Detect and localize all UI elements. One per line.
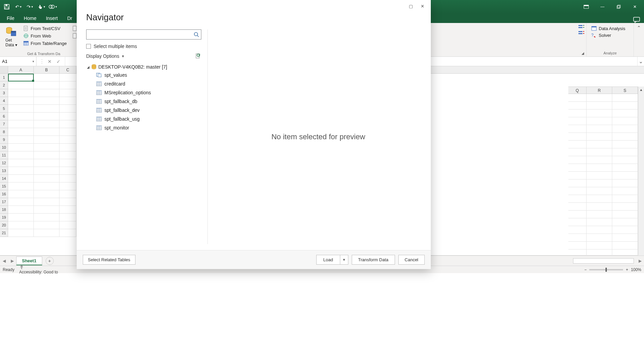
cell[interactable] bbox=[8, 113, 34, 120]
cell[interactable] bbox=[34, 167, 59, 175]
search-input[interactable] bbox=[89, 32, 194, 37]
cell[interactable] bbox=[8, 221, 34, 229]
select-all-corner[interactable] bbox=[0, 66, 8, 73]
row-header[interactable]: 4 bbox=[0, 97, 8, 105]
cell[interactable] bbox=[34, 128, 59, 136]
cell[interactable] bbox=[612, 234, 638, 242]
cell[interactable] bbox=[612, 102, 638, 110]
horizontal-scrollbar[interactable] bbox=[573, 258, 634, 264]
cell[interactable] bbox=[568, 94, 587, 102]
cell[interactable] bbox=[612, 179, 638, 187]
cell[interactable] bbox=[568, 141, 587, 148]
cell[interactable] bbox=[59, 113, 76, 120]
cell[interactable] bbox=[34, 151, 59, 159]
tab-draw[interactable]: Dr bbox=[63, 14, 77, 23]
row-header[interactable]: 20 bbox=[0, 221, 8, 229]
cell[interactable] bbox=[34, 214, 59, 221]
cell[interactable] bbox=[612, 133, 638, 141]
cell[interactable] bbox=[34, 144, 59, 151]
sheet-tab-active[interactable]: Sheet1 bbox=[16, 257, 42, 265]
cell[interactable] bbox=[8, 136, 34, 144]
from-text-csv-button[interactable]: From Text/CSV bbox=[22, 25, 68, 32]
cell[interactable] bbox=[587, 195, 612, 203]
minimize-button[interactable]: — bbox=[595, 2, 610, 12]
cell[interactable] bbox=[568, 195, 587, 203]
cell[interactable] bbox=[568, 179, 587, 187]
load-button[interactable]: Load bbox=[316, 255, 340, 265]
formula-expand-icon[interactable]: ⌄ bbox=[637, 57, 644, 66]
data-analysis-button[interactable]: Data Analysis bbox=[590, 25, 630, 32]
cell[interactable] bbox=[34, 97, 59, 105]
tree-item[interactable]: MSreplication_options bbox=[96, 88, 201, 97]
row-header[interactable]: 1 bbox=[0, 74, 8, 81]
from-table-range-button[interactable]: From Table/Range bbox=[22, 40, 68, 47]
cell[interactable] bbox=[8, 97, 34, 105]
cell[interactable] bbox=[568, 117, 587, 125]
vertical-scrollbar[interactable]: ▲ ▼ bbox=[638, 87, 644, 268]
cell[interactable] bbox=[34, 206, 59, 214]
row-header[interactable]: 5 bbox=[0, 105, 8, 113]
cell[interactable] bbox=[59, 144, 76, 151]
save-icon[interactable] bbox=[2, 2, 11, 11]
cell[interactable] bbox=[612, 211, 638, 218]
scroll-right-icon[interactable]: ▶ bbox=[636, 259, 644, 263]
cell[interactable] bbox=[8, 151, 34, 159]
cell[interactable] bbox=[587, 242, 612, 249]
cell[interactable] bbox=[59, 221, 76, 229]
formula-enter-icon[interactable]: ✓ bbox=[55, 58, 62, 65]
name-box[interactable]: A1 bbox=[0, 57, 36, 66]
cell[interactable] bbox=[612, 117, 638, 125]
row-header[interactable]: 9 bbox=[0, 136, 8, 144]
cell[interactable] bbox=[8, 229, 34, 237]
comments-icon[interactable] bbox=[633, 17, 640, 23]
cell[interactable] bbox=[59, 136, 76, 144]
tree-item[interactable]: spt_fallback_dev bbox=[96, 106, 201, 115]
cancel-button[interactable]: Cancel bbox=[398, 255, 425, 265]
col-header[interactable]: C bbox=[59, 66, 76, 73]
cell[interactable] bbox=[612, 156, 638, 164]
cell[interactable] bbox=[59, 206, 76, 214]
cell[interactable] bbox=[8, 89, 34, 97]
cell[interactable] bbox=[568, 242, 587, 249]
close-button[interactable]: ✕ bbox=[627, 2, 643, 12]
cell[interactable] bbox=[612, 242, 638, 249]
col-header[interactable]: R bbox=[587, 87, 612, 94]
cell[interactable] bbox=[612, 195, 638, 203]
tree-root[interactable]: ◢ DESKTOP-V4KQ0B2: master [7] bbox=[86, 63, 201, 71]
autosave-icon[interactable]: ▾ bbox=[48, 2, 57, 11]
cell[interactable] bbox=[568, 211, 587, 218]
from-web-button[interactable]: From Web bbox=[22, 32, 68, 39]
select-related-tables-button[interactable]: Select Related Tables bbox=[83, 255, 135, 265]
row-header[interactable]: 11 bbox=[0, 151, 8, 159]
col-header[interactable]: B bbox=[34, 66, 59, 73]
cell[interactable] bbox=[59, 190, 76, 198]
cell[interactable] bbox=[34, 190, 59, 198]
cell[interactable] bbox=[8, 190, 34, 198]
dialog-launcher-icon[interactable]: ◢ bbox=[581, 51, 586, 55]
cell[interactable] bbox=[587, 211, 612, 218]
scroll-up-icon[interactable]: ▲ bbox=[638, 87, 644, 93]
row-header[interactable]: 6 bbox=[0, 113, 8, 120]
col-header[interactable]: S bbox=[612, 87, 638, 94]
cell[interactable] bbox=[34, 183, 59, 190]
zoom-level[interactable]: 100% bbox=[631, 267, 641, 272]
cell[interactable] bbox=[59, 198, 76, 206]
solver-button[interactable]: ? Solver bbox=[590, 32, 630, 39]
cell[interactable] bbox=[8, 105, 34, 113]
grid-cells-right[interactable] bbox=[568, 94, 638, 257]
maximize-button[interactable] bbox=[611, 2, 626, 12]
cell[interactable] bbox=[8, 120, 34, 128]
cell[interactable] bbox=[34, 120, 59, 128]
cell[interactable] bbox=[587, 117, 612, 125]
cell[interactable] bbox=[8, 167, 34, 175]
row-header[interactable]: 18 bbox=[0, 206, 8, 214]
col-header[interactable]: Q bbox=[568, 87, 587, 94]
touch-mode-icon[interactable]: ▾ bbox=[36, 2, 46, 11]
row-header[interactable]: 2 bbox=[0, 81, 8, 89]
cell[interactable] bbox=[568, 125, 587, 133]
cell[interactable] bbox=[587, 94, 612, 102]
row-header[interactable]: 8 bbox=[0, 128, 8, 136]
display-options-dropdown[interactable]: Display Options ▼ bbox=[86, 53, 125, 59]
cell[interactable] bbox=[587, 110, 612, 117]
cell[interactable] bbox=[8, 198, 34, 206]
